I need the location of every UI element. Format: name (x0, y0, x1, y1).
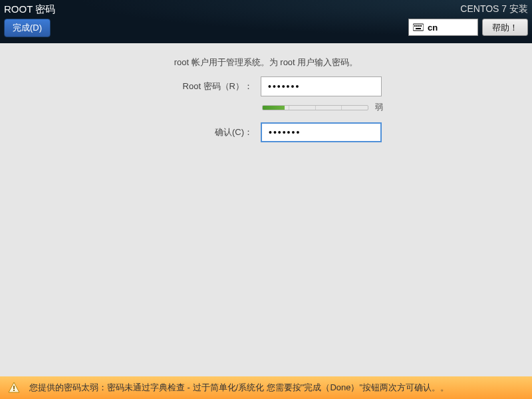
svg-rect-0 (413, 24, 424, 31)
confirm-row: 确认(C)： (27, 122, 505, 142)
svg-rect-3 (418, 25, 420, 27)
svg-rect-4 (420, 25, 422, 27)
strength-segment-1 (263, 106, 289, 110)
password-row: Root 密码（R）： (27, 76, 505, 96)
keyboard-indicator[interactable]: cn (408, 19, 478, 36)
installer-title: CENTOS 7 安装 (460, 3, 528, 15)
help-button[interactable]: 帮助！ (482, 19, 528, 36)
warning-bar: 您提供的密码太弱：密码未通过字典检查 - 过于简单化/系统化 您需要按"完成（D… (0, 376, 532, 399)
header-controls: cn 帮助！ (408, 19, 528, 36)
warning-message: 您提供的密码太弱：密码未通过字典检查 - 过于简单化/系统化 您需要按"完成（D… (29, 382, 449, 394)
strength-row: 弱 (27, 102, 505, 113)
header: ROOT 密码 完成(D) CENTOS 7 安装 cn 帮助！ (0, 0, 532, 43)
page-title: ROOT 密码 (4, 3, 55, 16)
header-right: CENTOS 7 安装 cn 帮助！ (404, 0, 532, 43)
content: root 帐户用于管理系统。为 root 用户输入密码。 Root 密码（R）：… (0, 43, 532, 161)
strength-text: 弱 (375, 102, 383, 113)
confirm-password-input[interactable] (261, 122, 382, 142)
keyboard-icon (413, 23, 424, 31)
password-strength-bar (262, 105, 368, 110)
instruction-text: root 帐户用于管理系统。为 root 用户输入密码。 (27, 57, 505, 68)
confirm-label: 确认(C)： (166, 126, 253, 138)
password-label: Root 密码（R）： (166, 80, 253, 92)
root-password-input[interactable] (261, 76, 382, 96)
svg-rect-7 (13, 390, 15, 391)
strength-segment-2 (289, 106, 316, 110)
done-button[interactable]: 完成(D) (4, 19, 51, 37)
svg-rect-1 (414, 25, 416, 27)
header-left: ROOT 密码 完成(D) (0, 0, 59, 43)
warning-icon (8, 382, 20, 394)
strength-segment-3 (316, 106, 342, 110)
strength-segment-4 (342, 106, 368, 110)
keyboard-layout-text: cn (428, 23, 438, 33)
svg-rect-6 (13, 386, 15, 389)
svg-rect-2 (416, 25, 418, 27)
svg-rect-5 (416, 28, 421, 29)
